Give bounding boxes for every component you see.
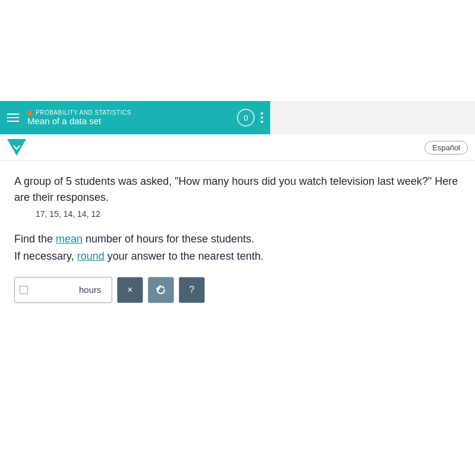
intro2-text: students was asked, "How many hours did … — [14, 175, 458, 203]
input-checkbox-icon — [20, 286, 28, 294]
clear-button[interactable]: × — [117, 277, 143, 303]
problem-statement: A group of 5 students was asked, "How ma… — [0, 161, 475, 206]
answer-input[interactable] — [31, 285, 79, 295]
dropdown-button[interactable] — [7, 139, 26, 156]
data-values: 17, 15, 14, 14, 12 — [0, 206, 475, 219]
score-button[interactable]: 0 — [237, 109, 255, 127]
round-link[interactable]: round — [77, 250, 104, 262]
mean-link[interactable]: mean — [56, 233, 83, 245]
subject-label: PROBABILITY AND STATISTICS — [36, 109, 131, 116]
hamburger-icon[interactable] — [7, 114, 19, 122]
header-title-block: PROBABILITY AND STATISTICS Mean of a dat… — [27, 109, 237, 126]
find-pre1: Find the — [14, 233, 56, 245]
subject-dot — [27, 111, 32, 115]
find-line1: Find the mean number of hours for these … — [14, 231, 461, 248]
topic-title: Mean of a data set — [27, 116, 237, 126]
score-value: 0 — [243, 114, 248, 122]
more-options-button[interactable] — [261, 112, 263, 123]
find-post2: your answer to the nearest tenth. — [104, 250, 264, 262]
hours-unit-label: hours — [79, 285, 102, 295]
header-subtitle: PROBABILITY AND STATISTICS — [27, 109, 237, 116]
find-line2: If necessary, round your answer to the n… — [14, 248, 461, 265]
answer-input-wrap: hours — [14, 277, 112, 303]
find-pre2: If necessary, — [14, 250, 77, 262]
num-students-val: 5 — [66, 175, 72, 187]
intro-text: A group of — [14, 175, 66, 187]
find-instruction: Find the mean number of hours for these … — [0, 219, 475, 265]
undo-button[interactable] — [148, 277, 174, 303]
toolbar-row: Español — [0, 134, 475, 161]
language-button[interactable]: Español — [425, 141, 468, 155]
find-post1: number of hours for these students. — [83, 233, 254, 245]
help-button[interactable]: ? — [179, 277, 205, 303]
answer-row: hours × ? — [0, 265, 475, 315]
